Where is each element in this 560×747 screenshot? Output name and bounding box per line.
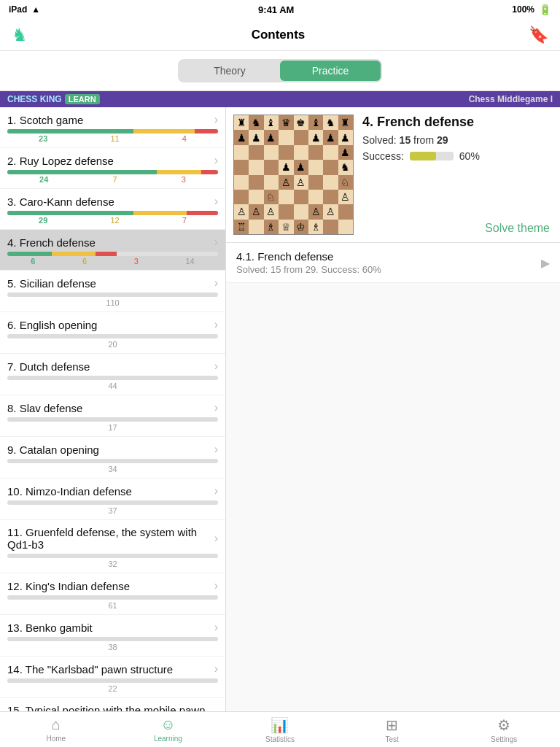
ck-learn-label: LEARN [65, 94, 100, 104]
app-logo-icon: ♞ [12, 25, 28, 45]
list-item[interactable]: 4. French defense›66314 [0, 230, 225, 271]
wifi-icon: ▲ [31, 4, 40, 15]
progress-bar [7, 678, 218, 683]
nav-item-test[interactable]: ⊞Test [336, 712, 448, 747]
board-cell [249, 160, 263, 174]
list-item-title: 5. Sicilian defense [7, 277, 96, 290]
solve-theme-button[interactable]: Solve theme [362, 222, 553, 235]
list-item[interactable]: 9. Catalan opening›34 [0, 437, 225, 479]
board-cell: ♟ [249, 130, 263, 144]
nav-label-test: Test [385, 735, 398, 743]
board-cell: ♞ [249, 115, 263, 130]
sub-item[interactable]: 4.1. French defense Solved: 15 from 29. … [226, 243, 560, 283]
list-item-title: 8. Slav defense [7, 402, 82, 414]
list-item-title: 1. Scotch game [7, 114, 83, 126]
sub-item-arrow-icon: ▶ [541, 256, 550, 270]
board-cell [294, 145, 308, 160]
board-cell: ♖ [234, 220, 249, 234]
nav-item-home[interactable]: ⌂Home [0, 712, 112, 747]
nav-item-settings[interactable]: ⚙Settings [448, 712, 560, 747]
board-cell: ♔ [294, 220, 308, 234]
board-cell: ♝ [264, 115, 279, 130]
board-cell [249, 190, 263, 204]
progress-bar [7, 554, 218, 558]
board-cell: ♜ [338, 115, 353, 130]
nav-label-statistics: Statistics [265, 735, 295, 743]
list-item-title: 10. Nimzo-Indian defense [7, 485, 132, 498]
board-cell [234, 190, 249, 204]
list-item[interactable]: 1. Scotch game›23114 [0, 107, 225, 148]
board-cell [234, 145, 249, 160]
list-item-arrow-icon: › [214, 236, 218, 249]
list-item-title: 2. Ruy Lopez defense [7, 155, 114, 167]
list-item[interactable]: 12. King's Indian defense›61 [0, 573, 225, 615]
tab-practice[interactable]: Practice [280, 61, 381, 81]
list-item-arrow-icon: › [214, 579, 218, 592]
success-row: Success: 60% [362, 150, 553, 162]
board-cell [294, 130, 308, 144]
list-item-title: 9. Catalan opening [7, 444, 99, 456]
board-cell [249, 175, 263, 190]
battery-label: 100% [512, 4, 534, 15]
nav-item-statistics[interactable]: 📊Statistics [224, 712, 336, 747]
statistics-icon: 📊 [271, 716, 289, 734]
list-item[interactable]: 8. Slav defense›17 [0, 395, 225, 437]
item-count: 44 [7, 382, 218, 390]
item-count: 20 [7, 340, 218, 349]
board-cell [279, 204, 293, 219]
status-bar: iPad ▲ 9:41 AM 100% 🔋 [0, 0, 560, 19]
list-item[interactable]: 6. English opening›20 [0, 312, 225, 354]
bottom-nav: ⌂Home☺Learning📊Statistics⊞Test⚙Settings [0, 711, 560, 747]
list-item[interactable]: 5. Sicilian defense›110 [0, 271, 225, 312]
list-item[interactable]: 2. Ruy Lopez defense›2473 [0, 148, 225, 189]
item-count: 61 [7, 601, 218, 610]
book-icon[interactable]: 🔖 [529, 26, 548, 44]
board-cell [264, 175, 279, 190]
list-item[interactable]: 14. The "Karlsbad" pawn structure›22 [0, 657, 225, 698]
list-item[interactable]: 7. Dutch defense›44 [0, 354, 225, 395]
board-cell: ♟ [264, 130, 279, 144]
progress-bar [7, 500, 218, 505]
board-cell: ♘ [338, 175, 353, 190]
list-item[interactable]: 11. Gruenfeld defense, the system with Q… [0, 520, 225, 573]
board-cell [323, 220, 338, 234]
list-item-title: 7. Dutch defense [7, 360, 90, 373]
board-cell: ♙ [234, 204, 249, 219]
list-item-arrow-icon: › [214, 484, 218, 498]
board-cell [294, 190, 308, 204]
board-cell [264, 160, 279, 174]
board-cell: ♛ [279, 115, 293, 130]
list-item[interactable]: 10. Nimzo-Indian defense›37 [0, 479, 225, 520]
board-cell: ♜ [234, 115, 249, 130]
board-cell: ♙ [294, 175, 308, 190]
board-cell [264, 145, 279, 160]
progress-bar [7, 129, 218, 133]
progress-bar [7, 170, 218, 174]
list-item[interactable]: 13. Benko gambit›38 [0, 615, 225, 657]
board-cell [279, 130, 293, 144]
item-count: 37 [7, 506, 218, 515]
board-cell: ♙ [249, 204, 263, 219]
list-item[interactable]: 3. Caro-Kann defense›29127 [0, 189, 225, 230]
page-title: Contents [28, 28, 529, 42]
progress-bar [7, 417, 218, 422]
nav-item-learning[interactable]: ☺Learning [112, 712, 225, 747]
success-bar-fill [410, 152, 436, 160]
board-cell [279, 145, 293, 160]
list-item-arrow-icon: › [214, 195, 218, 208]
item-count: 110 [7, 298, 218, 307]
right-panel: ♜♞♝♛♚♝♞♜♟♟♟♟♟♟♟♟♟♞♙♙♘♘♙♙♙♙♙♙♖♗♕♔♗ 4. Fre… [226, 107, 560, 725]
nav-label-home: Home [46, 735, 66, 743]
ck-chess-label: CHESS KING [7, 94, 62, 104]
board-cell [294, 204, 308, 219]
board-info: 4. French defense Solved: 15 from 29 Suc… [362, 115, 553, 235]
home-icon: ⌂ [52, 716, 61, 733]
list-item-arrow-icon: › [214, 318, 218, 331]
list-item-arrow-icon: › [214, 621, 218, 634]
list-item-arrow-icon: › [214, 532, 218, 545]
board-cell [323, 160, 338, 174]
board-cell [308, 175, 323, 190]
success-bar [410, 152, 454, 160]
board-cell: ♟ [338, 130, 353, 144]
tab-theory[interactable]: Theory [179, 61, 280, 81]
